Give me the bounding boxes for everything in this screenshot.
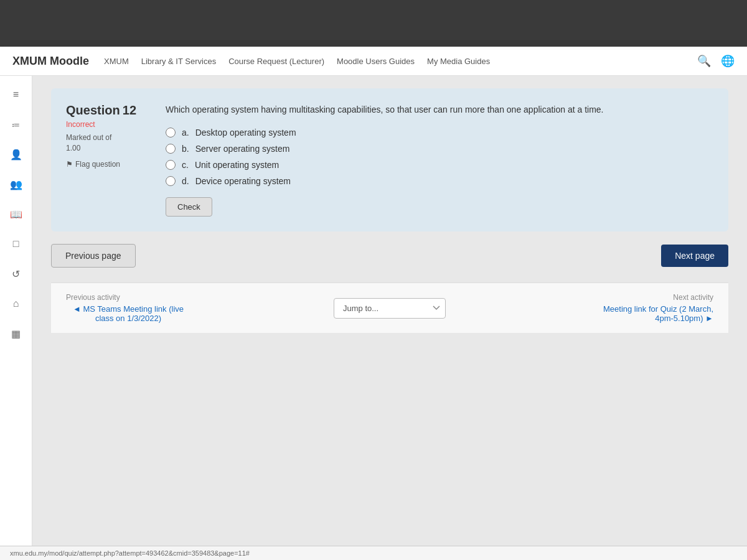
question-card: Question 12 Incorrect Marked out of 1.00… bbox=[51, 88, 728, 231]
option-a[interactable]: a. Desktop operating system bbox=[166, 128, 713, 138]
option-c[interactable]: c. Unit operating system bbox=[166, 160, 713, 170]
question-marked: Marked out of 1.00 bbox=[66, 133, 153, 154]
sidebar-user2-icon[interactable]: 👥 bbox=[6, 175, 26, 193]
previous-activity: Previous activity ◄ MS Teams Meeting lin… bbox=[66, 293, 190, 323]
activity-navigation: Previous activity ◄ MS Teams Meeting lin… bbox=[51, 282, 728, 333]
option-a-text: Desktop operating system bbox=[195, 128, 296, 138]
page-navigation: Previous page Next page bbox=[51, 244, 728, 268]
sidebar: ≡ ≔ 👤 👥 📖 □ ↺ ⌂ ▦ bbox=[0, 76, 32, 546]
question-meta: Question 12 Incorrect Marked out of 1.00… bbox=[66, 103, 153, 217]
option-d-text: Device operating system bbox=[195, 176, 291, 186]
navbar-links: XMUM Library & IT Services Course Reques… bbox=[104, 57, 682, 66]
next-activity-label: Next activity bbox=[589, 293, 713, 302]
navbar: XMUM Moodle XMUM Library & IT Services C… bbox=[0, 47, 747, 76]
sidebar-list-icon[interactable]: ≔ bbox=[6, 116, 26, 133]
question-status: Incorrect bbox=[66, 120, 153, 129]
next-activity: Next activity Meeting link for Quiz (2 M… bbox=[589, 293, 713, 323]
sidebar-user-icon[interactable]: 👤 bbox=[6, 146, 26, 163]
next-activity-link[interactable]: Meeting link for Quiz (2 March, 4pm-5.10… bbox=[589, 304, 713, 323]
radio-c[interactable] bbox=[166, 160, 176, 170]
browser-chrome bbox=[0, 0, 747, 47]
sidebar-grid-icon[interactable]: ▦ bbox=[6, 325, 26, 342]
nav-link-library[interactable]: Library & IT Services bbox=[141, 57, 216, 66]
previous-activity-link[interactable]: ◄ MS Teams Meeting link (live class on 1… bbox=[66, 304, 190, 323]
question-number-label: Question 12 bbox=[66, 103, 153, 118]
sidebar-refresh-icon[interactable]: ↺ bbox=[6, 265, 26, 282]
nav-link-media[interactable]: My Media Guides bbox=[427, 57, 490, 66]
option-b[interactable]: b. Server operating system bbox=[166, 144, 713, 154]
jump-to-select[interactable]: Jump to... bbox=[334, 298, 446, 319]
option-d-letter: d. bbox=[182, 176, 189, 186]
nav-link-moodle[interactable]: Moodle Users Guides bbox=[337, 57, 415, 66]
search-icon[interactable]: 🔍 bbox=[697, 54, 711, 68]
globe-icon[interactable]: 🌐 bbox=[721, 54, 735, 68]
question-text: Which operating system having multitaski… bbox=[166, 103, 713, 116]
radio-b[interactable] bbox=[166, 144, 176, 154]
url-text: xmu.edu.my/mod/quiz/attempt.php?attempt=… bbox=[10, 549, 250, 557]
option-b-text: Server operating system bbox=[195, 144, 290, 154]
option-d[interactable]: d. Device operating system bbox=[166, 176, 713, 186]
previous-page-button[interactable]: Previous page bbox=[51, 244, 136, 268]
options-list: a. Desktop operating system b. Server op… bbox=[166, 128, 713, 186]
main-content: Question 12 Incorrect Marked out of 1.00… bbox=[32, 76, 747, 546]
radio-d[interactable] bbox=[166, 176, 176, 186]
sidebar-menu-icon[interactable]: ≡ bbox=[6, 86, 26, 103]
page-layout: ≡ ≔ 👤 👥 📖 □ ↺ ⌂ ▦ Question 12 Incorrect bbox=[0, 76, 747, 546]
jump-to-container: Jump to... bbox=[334, 298, 446, 319]
option-a-letter: a. bbox=[182, 128, 189, 138]
sidebar-home-icon[interactable]: ⌂ bbox=[6, 295, 26, 312]
flag-question-button[interactable]: ⚑ Flag question bbox=[66, 160, 153, 169]
next-page-button[interactable]: Next page bbox=[661, 245, 728, 267]
previous-activity-label: Previous activity bbox=[66, 293, 190, 302]
nav-link-xmum[interactable]: XMUM bbox=[104, 57, 129, 66]
url-bar: xmu.edu.my/mod/quiz/attempt.php?attempt=… bbox=[0, 546, 747, 560]
sidebar-page-icon[interactable]: □ bbox=[6, 235, 26, 253]
site-brand: XMUM Moodle bbox=[12, 55, 89, 68]
navbar-icons: 🔍 🌐 bbox=[697, 54, 735, 68]
question-body: Which operating system having multitaski… bbox=[166, 103, 713, 217]
check-button[interactable]: Check bbox=[166, 197, 212, 217]
option-c-text: Unit operating system bbox=[195, 160, 279, 170]
radio-a[interactable] bbox=[166, 128, 176, 138]
nav-link-course[interactable]: Course Request (Lecturer) bbox=[228, 57, 324, 66]
option-c-letter: c. bbox=[182, 160, 189, 170]
browser-content: XMUM Moodle XMUM Library & IT Services C… bbox=[0, 47, 747, 560]
option-b-letter: b. bbox=[182, 144, 189, 154]
flag-icon: ⚑ bbox=[66, 160, 73, 169]
sidebar-book-icon[interactable]: 📖 bbox=[6, 205, 26, 223]
